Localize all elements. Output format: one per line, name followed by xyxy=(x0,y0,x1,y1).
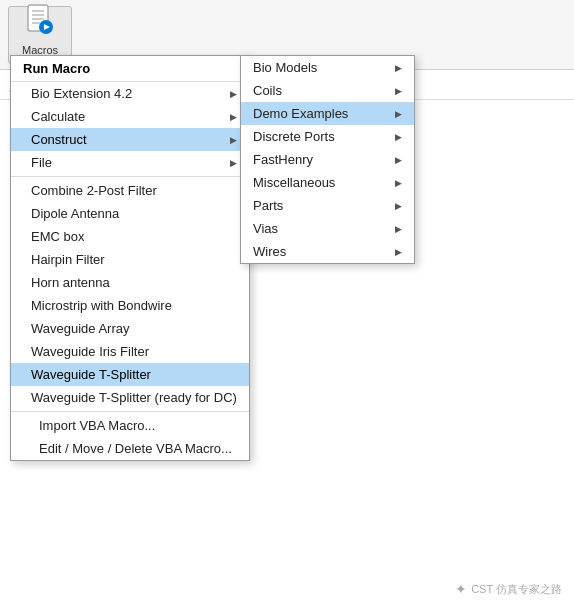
menu-item-calculate[interactable]: Calculate xyxy=(11,105,249,128)
menu-item-dipole-antenna[interactable]: Dipole Antenna xyxy=(11,202,249,225)
macros-icon xyxy=(24,3,56,42)
submenu-parts[interactable]: Parts xyxy=(241,194,414,217)
menu-item-file[interactable]: File xyxy=(11,151,249,174)
menu-item-hairpin-filter[interactable]: Hairpin Filter xyxy=(11,248,249,271)
menu-item-microstrip[interactable]: Microstrip with Bondwire xyxy=(11,294,249,317)
menu-item-edit-vba[interactable]: Edit / Move / Delete VBA Macro... xyxy=(11,437,249,460)
menu-item-waveguide-tsplitter-dc[interactable]: Waveguide T-Splitter (ready for DC) xyxy=(11,386,249,409)
menu-item-waveguide-array[interactable]: Waveguide Array xyxy=(11,317,249,340)
menu-item-bio-extension[interactable]: Bio Extension 4.2 xyxy=(11,82,249,105)
submenu-fasthenry[interactable]: FastHenry xyxy=(241,148,414,171)
submenu-coils[interactable]: Coils xyxy=(241,79,414,102)
menu-item-combine-2post[interactable]: Combine 2-Post Filter xyxy=(11,179,249,202)
submenu-demo-examples[interactable]: Demo Examples xyxy=(241,102,414,125)
watermark-text: CST 仿真专家之路 xyxy=(471,582,562,597)
submenu-construct: Bio Models Coils Demo Examples Discrete … xyxy=(240,55,415,264)
menu-item-construct[interactable]: Construct xyxy=(11,128,249,151)
submenu-discrete-ports[interactable]: Discrete Ports xyxy=(241,125,414,148)
separator-2 xyxy=(11,411,249,412)
submenu-bio-models[interactable]: Bio Models xyxy=(241,56,414,79)
watermark-icon: ✦ xyxy=(455,581,467,597)
menu-item-horn-antenna[interactable]: Horn antenna xyxy=(11,271,249,294)
menu-item-waveguide-tsplitter[interactable]: Waveguide T-Splitter xyxy=(11,363,249,386)
watermark: ✦ CST 仿真专家之路 xyxy=(455,581,562,597)
submenu-miscellaneous[interactable]: Miscellaneous xyxy=(241,171,414,194)
separator-1 xyxy=(11,176,249,177)
menu-item-import-vba[interactable]: Import VBA Macro... xyxy=(11,414,249,437)
run-macro-menu: Run Macro Bio Extension 4.2 Calculate Co… xyxy=(10,55,250,461)
submenu-wires[interactable]: Wires xyxy=(241,240,414,263)
menu-item-emc-box[interactable]: EMC box xyxy=(11,225,249,248)
submenu-vias[interactable]: Vias xyxy=(241,217,414,240)
menu-header: Run Macro xyxy=(11,56,249,82)
menu-item-waveguide-iris[interactable]: Waveguide Iris Filter xyxy=(11,340,249,363)
